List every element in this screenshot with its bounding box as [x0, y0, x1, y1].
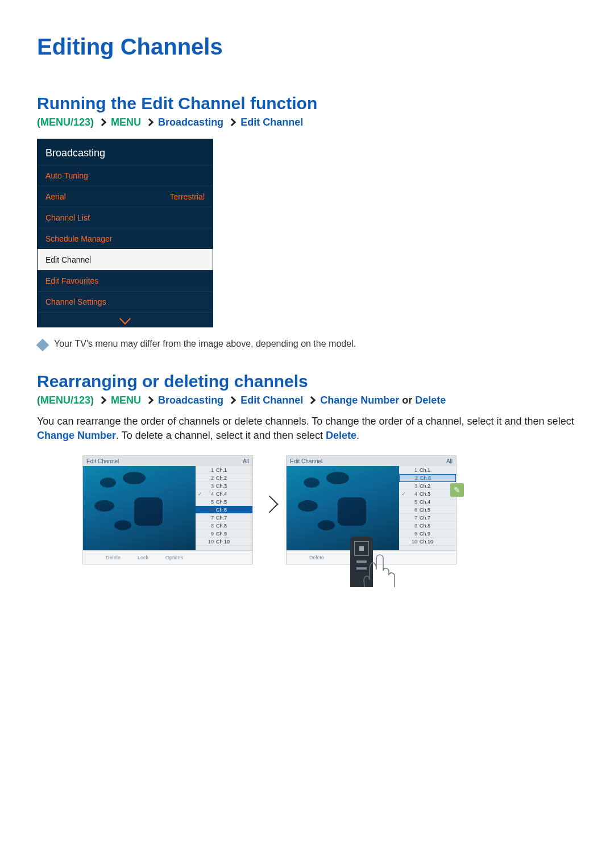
body-text-part: . [356, 430, 359, 441]
screenshot-pair: Edit Channel All 1Ch.12Ch.23Ch.3✓4Ch.45C… [82, 455, 577, 564]
channel-row[interactable]: 6Ch.6 [196, 506, 252, 514]
path-paren-close: ) [90, 394, 94, 406]
channel-row[interactable]: 3Ch.2 [399, 482, 456, 490]
path-broadcasting: Broadcasting [158, 117, 223, 128]
page-title: Editing Channels [37, 34, 577, 60]
menu-item-label: Auto Tuning [45, 171, 88, 180]
remote-control-icon: SAMSUNG [350, 537, 373, 587]
path-menu: MENU [111, 117, 141, 128]
path-menu123: MENU/123 [40, 117, 90, 128]
channel-row[interactable]: 3Ch.3 [196, 482, 252, 490]
shot-titlebar: Edit Channel All [287, 456, 456, 466]
menu-item-aerial[interactable]: AerialTerrestrial [38, 186, 213, 207]
menu-item-label: Edit Favourites [45, 276, 98, 285]
channel-row[interactable]: 5Ch.4 [399, 498, 456, 506]
chevron-right-icon [260, 496, 278, 513]
footer-delete: Delete [106, 555, 121, 560]
remote-button [356, 567, 367, 570]
menu-item-schedule-manager[interactable]: Schedule Manager [38, 228, 213, 249]
channel-row[interactable]: ✓4Ch.4 [196, 490, 252, 498]
chevron-right-icon [98, 118, 106, 126]
channel-list: 1Ch.12Ch.23Ch.3✓4Ch.45Ch.56Ch.67Ch.78Ch.… [196, 466, 252, 550]
preview-image [287, 466, 399, 550]
nav-path-1: (MENU/123) MENU Broadcasting Edit Channe… [37, 117, 577, 128]
channel-row[interactable]: 9Ch.9 [399, 530, 456, 538]
channel-row[interactable]: ✓4Ch.3 [399, 490, 456, 498]
chevron-right-icon [146, 118, 154, 126]
path-change-number: Change Number [320, 394, 399, 406]
chevron-down-icon [119, 313, 131, 325]
section-running-title: Running the Edit Channel function [37, 94, 577, 113]
path-edit-channel: Edit Channel [240, 117, 303, 128]
path-paren-close: ) [90, 117, 94, 128]
broadcasting-menu: Broadcasting Auto Tuning AerialTerrestri… [37, 139, 213, 327]
channel-row[interactable]: 10Ch.10 [196, 538, 252, 546]
screenshot-after: Edit Channel All 1Ch.12Ch.63Ch.2✓4Ch.35C… [286, 455, 457, 564]
channel-row[interactable]: 6Ch.5 [399, 506, 456, 514]
footer-lock: Lock [138, 555, 148, 560]
shot-filter: All [243, 458, 249, 464]
footer-delete: Delete [309, 555, 324, 560]
inline-change-number: Change Number [37, 430, 116, 441]
remote-ok-button [359, 546, 364, 551]
section-rearranging-title: Rearranging or deleting channels [37, 372, 577, 391]
menu-item-channel-list[interactable]: Channel List [38, 207, 213, 228]
menu-item-auto-tuning[interactable]: Auto Tuning [38, 165, 213, 186]
menu-item-label: Channel Settings [45, 297, 106, 306]
menu-item-label: Aerial [45, 192, 66, 201]
shot-titlebar: Edit Channel All [83, 456, 252, 466]
channel-row[interactable]: 8Ch.8 [399, 522, 456, 530]
preview-image [83, 466, 196, 550]
path-delete: Delete [415, 394, 446, 406]
menu-item-edit-channel[interactable]: Edit Channel [38, 249, 213, 270]
shot-title: Edit Channel [290, 458, 322, 464]
channel-row[interactable]: 1Ch.1 [399, 466, 456, 474]
path-broadcasting: Broadcasting [158, 394, 223, 406]
body-text-part: . To delete a channel, select it and the… [116, 430, 326, 441]
channel-row[interactable]: 1Ch.1 [196, 466, 252, 474]
channel-row[interactable]: 10Ch.10 [399, 538, 456, 546]
chevron-right-icon [146, 396, 154, 404]
menu-item-channel-settings[interactable]: Channel Settings [38, 291, 213, 312]
path-or: or [399, 394, 415, 406]
remote-button [356, 560, 367, 563]
chevron-right-icon [228, 396, 236, 404]
channel-list: 1Ch.12Ch.63Ch.2✓4Ch.35Ch.46Ch.57Ch.78Ch.… [399, 466, 456, 550]
channel-row[interactable]: 9Ch.9 [196, 530, 252, 538]
lock-badge-icon: ✎ [450, 483, 464, 497]
menu-item-edit-favourites[interactable]: Edit Favourites [38, 270, 213, 291]
inline-delete: Delete [326, 430, 356, 441]
rearranging-body: You can rearrange the order of channels … [37, 414, 577, 443]
body-text-part: You can rearrange the order of channels … [37, 416, 574, 427]
screenshot-before: Edit Channel All 1Ch.12Ch.23Ch.3✓4Ch.45C… [82, 455, 253, 564]
nav-path-2: (MENU/123) MENU Broadcasting Edit Channe… [37, 394, 577, 406]
chevron-right-icon [308, 396, 316, 404]
note-text: Your TV's menu may differ from the image… [54, 339, 356, 349]
channel-row[interactable]: 8Ch.8 [196, 522, 252, 530]
channel-row[interactable]: 2Ch.6 [399, 474, 456, 482]
shot-filter: All [446, 458, 453, 464]
channel-row[interactable]: 7Ch.7 [399, 514, 456, 522]
menu-item-value: Terrestrial [170, 192, 205, 201]
shot-title: Edit Channel [86, 458, 119, 464]
shot-footer: Delete Lock Options [83, 550, 252, 564]
pencil-icon [36, 339, 49, 352]
model-note: Your TV's menu may differ from the image… [38, 339, 577, 349]
path-menu: MENU [111, 394, 141, 406]
chevron-right-icon [98, 396, 106, 404]
menu-header: Broadcasting [38, 139, 213, 165]
channel-row[interactable]: 5Ch.5 [196, 498, 252, 506]
menu-scroll-down[interactable] [38, 312, 213, 327]
path-menu123: MENU/123 [40, 394, 90, 406]
footer-options: Options [165, 555, 183, 560]
chevron-right-icon [228, 118, 236, 126]
transition-arrow [263, 498, 276, 510]
menu-item-label: Edit Channel [45, 255, 91, 264]
path-edit-channel: Edit Channel [240, 394, 303, 406]
menu-item-label: Schedule Manager [45, 234, 113, 243]
channel-row[interactable]: 7Ch.7 [196, 514, 252, 522]
remote-dpad [354, 541, 369, 556]
channel-row[interactable]: 2Ch.2 [196, 474, 252, 482]
menu-item-label: Channel List [45, 213, 90, 222]
